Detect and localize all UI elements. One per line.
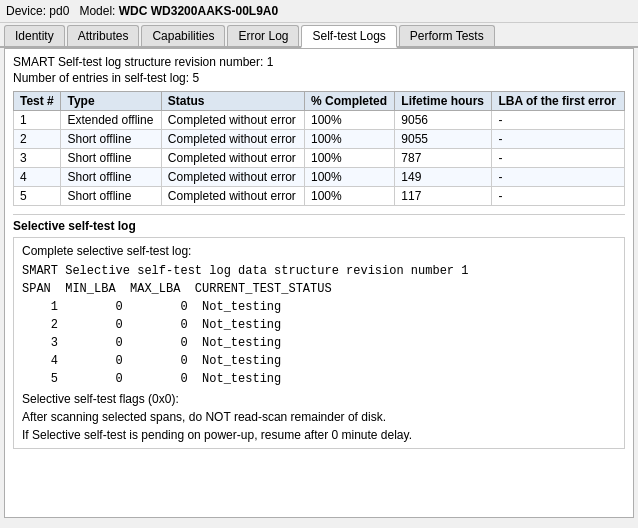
cell-2-5: - — [492, 149, 625, 168]
cell-2-1: Short offline — [61, 149, 161, 168]
cell-1-2: Completed without error — [161, 130, 304, 149]
cell-2-3: 100% — [304, 149, 394, 168]
cell-4-1: Short offline — [61, 187, 161, 206]
tab-self-test-logs[interactable]: Self-test Logs — [301, 25, 396, 48]
cell-4-2: Completed without error — [161, 187, 304, 206]
note2: If Selective self-test is pending on pow… — [22, 428, 616, 442]
cell-3-2: Completed without error — [161, 168, 304, 187]
table-row: 4Short offlineCompleted without error100… — [14, 168, 625, 187]
cell-0-4: 9056 — [395, 111, 492, 130]
cell-0-1: Extended offline — [61, 111, 161, 130]
main-content: SMART Self-test log structure revision n… — [4, 48, 634, 518]
complete-label: Complete selective self-test log: — [22, 244, 616, 258]
table-row: 2Short offlineCompleted without error100… — [14, 130, 625, 149]
flags-text: Selective self-test flags (0x0): — [22, 392, 616, 406]
cell-0-0: 1 — [14, 111, 61, 130]
smart-revision: SMART Self-test log structure revision n… — [13, 55, 625, 69]
tab-identity[interactable]: Identity — [4, 25, 65, 46]
tab-capabilities[interactable]: Capabilities — [141, 25, 225, 46]
selective-box: Complete selective self-test log: SMART … — [13, 237, 625, 449]
cell-1-4: 9055 — [395, 130, 492, 149]
cell-0-3: 100% — [304, 111, 394, 130]
divider — [13, 214, 625, 215]
cell-1-5: - — [492, 130, 625, 149]
cell-2-2: Completed without error — [161, 149, 304, 168]
table-row: 3Short offlineCompleted without error100… — [14, 149, 625, 168]
cell-3-3: 100% — [304, 168, 394, 187]
tab-attributes[interactable]: Attributes — [67, 25, 140, 46]
cell-4-0: 5 — [14, 187, 61, 206]
cell-2-0: 3 — [14, 149, 61, 168]
cell-3-0: 4 — [14, 168, 61, 187]
col-header-4: Lifetime hours — [395, 92, 492, 111]
tab-bar: IdentityAttributesCapabilitiesError LogS… — [0, 23, 638, 48]
cell-4-5: - — [492, 187, 625, 206]
tab-error-log[interactable]: Error Log — [227, 25, 299, 46]
self-test-table: Test #TypeStatus% CompletedLifetime hour… — [13, 91, 625, 206]
cell-3-4: 149 — [395, 168, 492, 187]
selective-section: Selective self-test log Complete selecti… — [13, 219, 625, 449]
cell-3-1: Short offline — [61, 168, 161, 187]
device-id: pd0 — [49, 4, 69, 18]
device-label: Device: — [6, 4, 46, 18]
cell-4-4: 117 — [395, 187, 492, 206]
cell-1-1: Short offline — [61, 130, 161, 149]
cell-1-3: 100% — [304, 130, 394, 149]
cell-0-2: Completed without error — [161, 111, 304, 130]
col-header-0: Test # — [14, 92, 61, 111]
cell-3-5: - — [492, 168, 625, 187]
tab-perform-tests[interactable]: Perform Tests — [399, 25, 495, 46]
smart-entries: Number of entries in self-test log: 5 — [13, 71, 625, 85]
model-value: WDC WD3200AAKS-00L9A0 — [119, 4, 278, 18]
cell-2-4: 787 — [395, 149, 492, 168]
cell-4-3: 100% — [304, 187, 394, 206]
model-label: Model: — [79, 4, 115, 18]
device-bar: Device: pd0 Model: WDC WD3200AAKS-00L9A0 — [0, 0, 638, 23]
cell-0-5: - — [492, 111, 625, 130]
col-header-1: Type — [61, 92, 161, 111]
selective-mono: SMART Selective self-test log data struc… — [22, 262, 616, 388]
col-header-5: LBA of the first error — [492, 92, 625, 111]
col-header-3: % Completed — [304, 92, 394, 111]
note1: After scanning selected spans, do NOT re… — [22, 410, 616, 424]
cell-1-0: 2 — [14, 130, 61, 149]
selective-title: Selective self-test log — [13, 219, 625, 233]
table-row: 1Extended offlineCompleted without error… — [14, 111, 625, 130]
col-header-2: Status — [161, 92, 304, 111]
table-row: 5Short offlineCompleted without error100… — [14, 187, 625, 206]
